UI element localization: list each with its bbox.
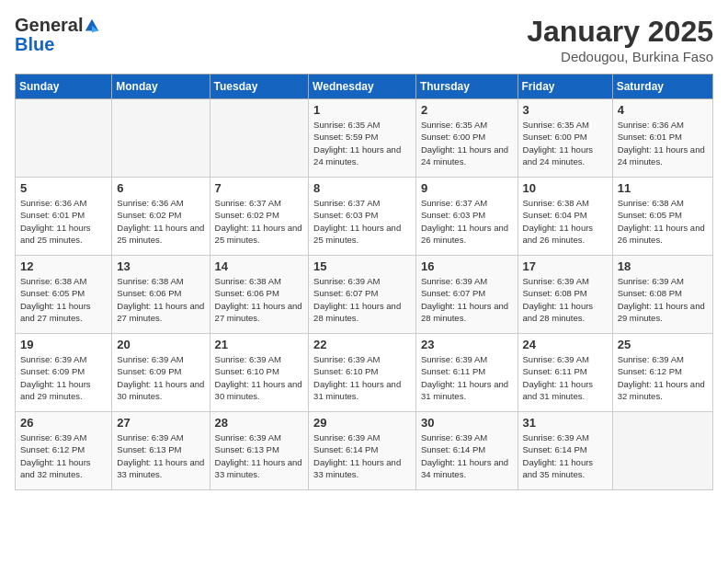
day-number: 4 <box>618 103 708 117</box>
calendar-cell: 1Sunrise: 6:35 AM Sunset: 5:59 PM Daylig… <box>309 99 416 178</box>
calendar-week-0: 1Sunrise: 6:35 AM Sunset: 5:59 PM Daylig… <box>16 99 713 178</box>
day-number: 17 <box>523 259 608 273</box>
day-info: Sunrise: 6:39 AM Sunset: 6:08 PM Dayligh… <box>618 275 708 324</box>
day-number: 15 <box>313 259 411 273</box>
day-info: Sunrise: 6:39 AM Sunset: 6:09 PM Dayligh… <box>117 353 204 402</box>
day-number: 22 <box>313 338 411 351</box>
day-info: Sunrise: 6:39 AM Sunset: 6:13 PM Dayligh… <box>215 431 304 480</box>
day-info: Sunrise: 6:39 AM Sunset: 6:12 PM Dayligh… <box>618 353 708 402</box>
day-number: 11 <box>618 181 708 195</box>
title-block: January 2025 Dedougou, Burkina Faso <box>527 15 713 64</box>
day-info: Sunrise: 6:35 AM Sunset: 6:00 PM Dayligh… <box>421 119 513 167</box>
calendar-cell: 16Sunrise: 6:39 AM Sunset: 6:07 PM Dayli… <box>415 256 518 334</box>
day-number: 2 <box>421 103 513 117</box>
calendar-week-1: 5Sunrise: 6:36 AM Sunset: 6:01 PM Daylig… <box>16 178 713 256</box>
calendar-cell <box>210 99 309 178</box>
calendar-cell: 28Sunrise: 6:39 AM Sunset: 6:13 PM Dayli… <box>210 412 309 490</box>
calendar-cell <box>112 99 210 178</box>
dow-saturday: Saturday <box>612 75 712 99</box>
day-number: 13 <box>117 259 204 273</box>
calendar-week-2: 12Sunrise: 6:38 AM Sunset: 6:05 PM Dayli… <box>16 256 713 334</box>
day-info: Sunrise: 6:36 AM Sunset: 6:02 PM Dayligh… <box>117 197 204 246</box>
day-info: Sunrise: 6:37 AM Sunset: 6:03 PM Dayligh… <box>313 197 411 246</box>
dow-thursday: Thursday <box>415 75 518 99</box>
calendar-cell: 30Sunrise: 6:39 AM Sunset: 6:14 PM Dayli… <box>415 412 518 490</box>
calendar-week-4: 26Sunrise: 6:39 AM Sunset: 6:12 PM Dayli… <box>16 412 713 490</box>
day-info: Sunrise: 6:39 AM Sunset: 6:14 PM Dayligh… <box>313 431 411 480</box>
calendar-cell: 2Sunrise: 6:35 AM Sunset: 6:00 PM Daylig… <box>415 99 518 178</box>
dow-sunday: Sunday <box>16 75 112 99</box>
day-info: Sunrise: 6:39 AM Sunset: 6:14 PM Dayligh… <box>421 431 513 480</box>
day-number: 24 <box>523 338 608 351</box>
calendar-cell <box>16 99 112 178</box>
location: Dedougou, Burkina Faso <box>527 49 713 64</box>
day-info: Sunrise: 6:38 AM Sunset: 6:06 PM Dayligh… <box>117 275 204 324</box>
day-info: Sunrise: 6:39 AM Sunset: 6:10 PM Dayligh… <box>313 353 411 402</box>
calendar-cell: 19Sunrise: 6:39 AM Sunset: 6:09 PM Dayli… <box>16 334 112 412</box>
day-number: 10 <box>523 181 608 195</box>
day-info: Sunrise: 6:39 AM Sunset: 6:09 PM Dayligh… <box>20 353 107 402</box>
calendar-cell: 14Sunrise: 6:38 AM Sunset: 6:06 PM Dayli… <box>210 256 309 334</box>
day-info: Sunrise: 6:37 AM Sunset: 6:02 PM Dayligh… <box>215 197 304 246</box>
day-number: 19 <box>20 338 107 351</box>
dow-monday: Monday <box>112 75 210 99</box>
calendar-body: 1Sunrise: 6:35 AM Sunset: 5:59 PM Daylig… <box>16 99 713 490</box>
calendar-cell: 29Sunrise: 6:39 AM Sunset: 6:14 PM Dayli… <box>309 412 416 490</box>
day-info: Sunrise: 6:38 AM Sunset: 6:05 PM Dayligh… <box>20 275 107 324</box>
day-number: 26 <box>20 416 107 430</box>
day-number: 6 <box>117 181 204 195</box>
calendar-cell: 21Sunrise: 6:39 AM Sunset: 6:10 PM Dayli… <box>210 334 309 412</box>
calendar-cell <box>612 412 712 490</box>
day-info: Sunrise: 6:35 AM Sunset: 5:59 PM Dayligh… <box>313 119 411 167</box>
calendar-cell: 12Sunrise: 6:38 AM Sunset: 6:05 PM Dayli… <box>16 256 112 334</box>
day-number: 16 <box>421 259 513 273</box>
month-title: January 2025 <box>527 15 713 49</box>
day-number: 1 <box>313 103 411 117</box>
logo-blue-text: Blue <box>15 34 100 55</box>
calendar-cell: 31Sunrise: 6:39 AM Sunset: 6:14 PM Dayli… <box>518 412 612 490</box>
day-info: Sunrise: 6:39 AM Sunset: 6:07 PM Dayligh… <box>313 275 411 324</box>
day-number: 9 <box>421 181 513 195</box>
day-number: 8 <box>313 181 411 195</box>
day-info: Sunrise: 6:39 AM Sunset: 6:12 PM Dayligh… <box>20 431 107 480</box>
logo-icon <box>84 17 100 34</box>
calendar-cell: 11Sunrise: 6:38 AM Sunset: 6:05 PM Dayli… <box>612 178 712 256</box>
day-number: 7 <box>215 181 304 195</box>
dow-friday: Friday <box>518 75 612 99</box>
calendar-week-3: 19Sunrise: 6:39 AM Sunset: 6:09 PM Dayli… <box>16 334 713 412</box>
day-number: 28 <box>215 416 304 430</box>
calendar-cell: 13Sunrise: 6:38 AM Sunset: 6:06 PM Dayli… <box>112 256 210 334</box>
calendar-cell: 3Sunrise: 6:35 AM Sunset: 6:00 PM Daylig… <box>518 99 612 178</box>
day-number: 12 <box>20 259 107 273</box>
day-number: 23 <box>421 338 513 351</box>
calendar-cell: 4Sunrise: 6:36 AM Sunset: 6:01 PM Daylig… <box>612 99 712 178</box>
calendar-cell: 15Sunrise: 6:39 AM Sunset: 6:07 PM Dayli… <box>309 256 416 334</box>
day-info: Sunrise: 6:39 AM Sunset: 6:10 PM Dayligh… <box>215 353 304 402</box>
day-info: Sunrise: 6:36 AM Sunset: 6:01 PM Dayligh… <box>20 197 107 246</box>
calendar-cell: 22Sunrise: 6:39 AM Sunset: 6:10 PM Dayli… <box>309 334 416 412</box>
logo: General Blue <box>15 15 100 55</box>
days-of-week-header: SundayMondayTuesdayWednesdayThursdayFrid… <box>16 75 713 99</box>
calendar-cell: 9Sunrise: 6:37 AM Sunset: 6:03 PM Daylig… <box>415 178 518 256</box>
day-info: Sunrise: 6:39 AM Sunset: 6:14 PM Dayligh… <box>523 431 608 480</box>
calendar-cell: 25Sunrise: 6:39 AM Sunset: 6:12 PM Dayli… <box>612 334 712 412</box>
calendar-cell: 17Sunrise: 6:39 AM Sunset: 6:08 PM Dayli… <box>518 256 612 334</box>
day-info: Sunrise: 6:38 AM Sunset: 6:06 PM Dayligh… <box>215 275 304 324</box>
calendar-cell: 27Sunrise: 6:39 AM Sunset: 6:13 PM Dayli… <box>112 412 210 490</box>
dow-tuesday: Tuesday <box>210 75 309 99</box>
day-number: 14 <box>215 259 304 273</box>
day-info: Sunrise: 6:35 AM Sunset: 6:00 PM Dayligh… <box>523 119 608 167</box>
day-number: 31 <box>523 416 608 430</box>
calendar-cell: 5Sunrise: 6:36 AM Sunset: 6:01 PM Daylig… <box>16 178 112 256</box>
day-info: Sunrise: 6:38 AM Sunset: 6:05 PM Dayligh… <box>618 197 708 246</box>
calendar-cell: 7Sunrise: 6:37 AM Sunset: 6:02 PM Daylig… <box>210 178 309 256</box>
day-number: 30 <box>421 416 513 430</box>
day-info: Sunrise: 6:36 AM Sunset: 6:01 PM Dayligh… <box>618 119 708 167</box>
day-number: 3 <box>523 103 608 117</box>
day-info: Sunrise: 6:38 AM Sunset: 6:04 PM Dayligh… <box>523 197 608 246</box>
dow-wednesday: Wednesday <box>309 75 416 99</box>
day-info: Sunrise: 6:39 AM Sunset: 6:07 PM Dayligh… <box>421 275 513 324</box>
calendar-cell: 8Sunrise: 6:37 AM Sunset: 6:03 PM Daylig… <box>309 178 416 256</box>
day-info: Sunrise: 6:39 AM Sunset: 6:11 PM Dayligh… <box>421 353 513 402</box>
calendar-cell: 6Sunrise: 6:36 AM Sunset: 6:02 PM Daylig… <box>112 178 210 256</box>
